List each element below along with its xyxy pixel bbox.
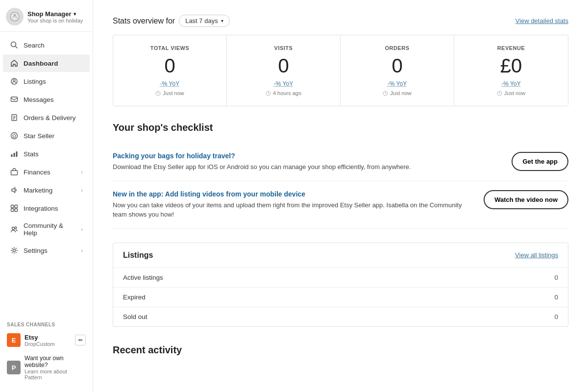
- total-views-yoy[interactable]: -% YoY: [121, 80, 219, 87]
- pattern-channel-sub: Learn more about Pattern: [24, 368, 86, 380]
- svg-rect-14: [16, 151, 18, 157]
- integrations-icon: [10, 204, 19, 213]
- channel-etsy[interactable]: E Etsy DropCustom ✏: [0, 329, 93, 351]
- sidebar-item-marketing[interactable]: Marketing ›: [3, 181, 90, 199]
- date-range-select[interactable]: Last 7 days ▾: [179, 15, 230, 27]
- chevron-right-icon: ›: [81, 187, 83, 193]
- sidebar-item-stats[interactable]: Stats: [3, 145, 90, 163]
- main-content: Stats overview for Last 7 days ▾ View de…: [93, 0, 588, 392]
- sidebar-item-orders[interactable]: Orders & Delivery: [3, 109, 90, 126]
- sidebar-item-star-seller[interactable]: Star Seller: [3, 127, 90, 145]
- listing-row-count: 0: [554, 294, 558, 301]
- checklist-item-packing: Packing your bags for holiday travel? Do…: [113, 143, 568, 181]
- orders-icon: [10, 113, 19, 122]
- visits-time: 4 hours ago: [235, 90, 332, 96]
- sidebar-item-finances[interactable]: Finances ›: [3, 163, 90, 181]
- community-icon: [10, 225, 19, 234]
- sidebar-item-label: Search: [24, 42, 45, 49]
- listing-row-sold-out: Sold out 0: [113, 307, 568, 326]
- sales-channels-label: SALES CHANNELS: [0, 316, 93, 329]
- listings-title: Listings: [123, 251, 153, 260]
- watch-video-button[interactable]: Watch the video now: [484, 190, 568, 209]
- svg-point-20: [12, 227, 15, 230]
- sidebar-item-label: Star Seller: [24, 132, 54, 140]
- shop-manager-header[interactable]: Shop Manager ▾ Your shop is on holiday: [0, 0, 93, 32]
- svg-rect-17: [15, 205, 18, 208]
- stat-card-orders: ORDERS 0 -% YoY Just now: [341, 35, 454, 106]
- sidebar-item-search[interactable]: Search: [3, 36, 90, 54]
- dropdown-icon: ▾: [221, 18, 223, 24]
- listings-section: Listings View all listings Active listin…: [113, 243, 568, 327]
- etsy-icon: E: [7, 333, 21, 347]
- etsy-channel-sub: DropCustom: [24, 341, 71, 347]
- orders-yoy[interactable]: -% YoY: [348, 80, 446, 87]
- search-icon: [10, 41, 19, 49]
- revenue-value: £0: [462, 56, 560, 75]
- sidebar-item-dashboard[interactable]: Dashboard: [3, 54, 90, 72]
- sidebar-item-label: Orders & Delivery: [24, 114, 76, 122]
- channel-pattern[interactable]: P Want your own website? Learn more abou…: [0, 351, 93, 384]
- stats-grid: TOTAL VIEWS 0 -% YoY Just now VISITS 0 -…: [113, 35, 568, 106]
- recent-activity-title: Recent activity: [113, 341, 568, 356]
- sidebar: Shop Manager ▾ Your shop is on holiday S…: [0, 0, 93, 392]
- clock-icon: [497, 91, 502, 96]
- pattern-icon: P: [7, 361, 21, 374]
- checklist-item-listing-videos: New in the app: Add listing videos from …: [113, 181, 568, 229]
- shop-avatar: [6, 8, 24, 25]
- pattern-channel-name: Want your own website?: [24, 355, 86, 368]
- clock-icon: [266, 91, 271, 96]
- svg-point-22: [13, 249, 16, 252]
- visits-label: VISITS: [235, 45, 332, 51]
- listing-row-label: Sold out: [123, 313, 147, 320]
- stats-overview-header: Stats overview for Last 7 days ▾ View de…: [113, 15, 568, 27]
- etsy-channel-name: Etsy: [24, 334, 71, 341]
- listing-row-count: 0: [554, 274, 558, 281]
- etsy-channel-info: Etsy DropCustom: [24, 334, 71, 347]
- stat-card-visits: VISITS 0 -% YoY 4 hours ago: [227, 35, 341, 106]
- sidebar-item-label: Marketing: [24, 187, 52, 194]
- stats-title: Stats overview for Last 7 days ▾: [113, 15, 230, 27]
- svg-line-3: [15, 46, 17, 48]
- sidebar-item-label: Settings: [24, 247, 48, 254]
- clock-icon: [383, 91, 388, 96]
- get-app-button[interactable]: Get the app: [512, 152, 568, 171]
- sidebar-nav: Search Dashboard: [0, 32, 93, 316]
- stats-icon: [10, 149, 19, 158]
- sidebar-item-label: Messages: [24, 96, 54, 103]
- total-views-time: Just now: [121, 90, 219, 96]
- orders-time: Just now: [348, 90, 446, 96]
- revenue-yoy[interactable]: -% YoY: [462, 80, 560, 87]
- sidebar-item-label: Stats: [24, 150, 39, 158]
- svg-point-5: [13, 79, 15, 81]
- stat-card-total-views: TOTAL VIEWS 0 -% YoY Just now: [113, 35, 227, 106]
- total-views-label: TOTAL VIEWS: [121, 45, 219, 51]
- checklist-title: Your shop's checklist: [113, 122, 568, 133]
- listing-row-active: Active listings 0: [113, 268, 568, 287]
- shop-info: Shop Manager ▾ Your shop is on holiday: [27, 10, 87, 24]
- view-detailed-stats-link[interactable]: View detailed stats: [515, 17, 568, 24]
- sidebar-item-settings[interactable]: Settings ›: [3, 242, 90, 259]
- svg-point-1: [14, 14, 16, 16]
- svg-rect-13: [14, 153, 15, 157]
- pattern-channel-info: Want your own website? Learn more about …: [24, 355, 86, 380]
- sidebar-item-listings[interactable]: Listings: [3, 73, 90, 90]
- orders-label: ORDERS: [348, 45, 446, 51]
- checklist-desc-listing-videos: Now you can take videos of your items an…: [113, 200, 474, 220]
- clock-icon: [155, 91, 161, 96]
- chevron-right-icon: ›: [81, 226, 83, 232]
- view-all-listings-link[interactable]: View all listings: [515, 251, 558, 259]
- edit-etsy-button[interactable]: ✏: [75, 335, 86, 345]
- svg-point-0: [10, 12, 19, 21]
- sidebar-item-integrations[interactable]: Integrations: [3, 199, 90, 217]
- svg-rect-16: [11, 205, 14, 208]
- sidebar-item-community[interactable]: Community & Help ›: [3, 218, 90, 241]
- svg-rect-19: [15, 209, 18, 212]
- visits-yoy[interactable]: -% YoY: [235, 80, 332, 87]
- total-views-value: 0: [121, 56, 219, 75]
- sidebar-item-messages[interactable]: Messages: [3, 91, 90, 108]
- shop-status: Your shop is on holiday: [27, 18, 87, 24]
- revenue-time: Just now: [462, 90, 560, 96]
- svg-rect-18: [11, 209, 14, 212]
- shop-manager-title: Shop Manager ▾: [27, 10, 87, 18]
- checklist-heading-packing: Packing your bags for holiday travel?: [113, 152, 502, 160]
